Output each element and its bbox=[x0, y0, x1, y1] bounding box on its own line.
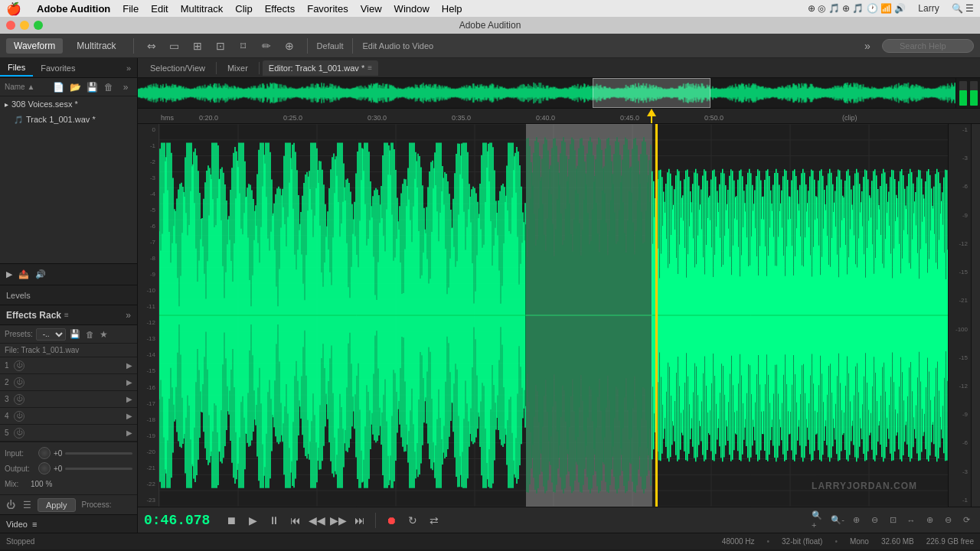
zoom-amp-out-btn[interactable]: ⊖ bbox=[940, 513, 956, 528]
video-menu-icon[interactable]: ≡ bbox=[32, 520, 37, 529]
menu-file[interactable]: File bbox=[122, 3, 139, 15]
waveform-overview[interactable] bbox=[138, 78, 980, 109]
search-input[interactable] bbox=[882, 39, 974, 53]
zoom-reset-btn[interactable]: ⟳ bbox=[959, 513, 974, 528]
input-knob[interactable] bbox=[38, 447, 51, 459]
fast-forward-button[interactable]: ▶▶ bbox=[329, 511, 348, 530]
effect-slot-4[interactable]: 4 ⏻ ▶ bbox=[0, 408, 137, 425]
tab-selection-view[interactable]: Selection/View bbox=[142, 60, 213, 76]
file-item-session[interactable]: ▸ 308 Voices.sesx * bbox=[0, 96, 137, 112]
marquee-tool-icon[interactable]: ⊡ bbox=[212, 37, 229, 54]
menu-favorites[interactable]: Favorites bbox=[307, 3, 348, 15]
files-spacer bbox=[0, 180, 137, 263]
loop-button[interactable]: ↻ bbox=[403, 511, 422, 530]
maximize-button[interactable] bbox=[34, 21, 43, 30]
zoom-out-btn[interactable]: ⊖ bbox=[867, 513, 882, 528]
expand-panels-icon[interactable]: » bbox=[859, 37, 876, 54]
zoom-full-btn[interactable]: ↔ bbox=[903, 513, 919, 528]
effects-rack-menu-icon[interactable]: ≡ bbox=[64, 311, 69, 319]
editor-tab-menu-icon[interactable]: ≡ bbox=[368, 64, 372, 72]
tab-files[interactable]: Files bbox=[0, 60, 33, 77]
effect-slot-3[interactable]: 3 ⏻ ▶ bbox=[0, 391, 137, 408]
effects-rack-expand-icon[interactable]: » bbox=[126, 310, 131, 321]
goto-end-button[interactable]: ⏭ bbox=[351, 511, 369, 530]
effect-power-5[interactable]: ⏻ bbox=[14, 428, 24, 439]
menu-clip[interactable]: Clip bbox=[235, 3, 252, 15]
move-tool-icon[interactable]: ⇔ bbox=[143, 37, 160, 54]
edit-video-label[interactable]: Edit Audio to Video bbox=[362, 41, 433, 51]
effect-arrow-5[interactable]: ▶ bbox=[126, 429, 132, 437]
zoom-in-btn[interactable]: ⊕ bbox=[848, 513, 864, 528]
close-button[interactable] bbox=[6, 21, 15, 30]
effect-power-3[interactable]: ⏻ bbox=[14, 394, 24, 405]
zoom-amp-in-btn[interactable]: ⊕ bbox=[922, 513, 937, 528]
presets-star-icon[interactable]: ★ bbox=[100, 329, 108, 340]
menu-window[interactable]: Window bbox=[394, 3, 430, 15]
mini-speaker-btn[interactable]: 🔊 bbox=[35, 269, 46, 279]
db-19: -19 bbox=[138, 433, 155, 439]
effect-power-1[interactable]: ⏻ bbox=[14, 360, 24, 371]
apply-button[interactable]: Apply bbox=[38, 498, 76, 512]
file-item-audio[interactable]: 🎵 Track 1_001.wav * bbox=[0, 112, 137, 127]
input-slider[interactable] bbox=[65, 452, 132, 455]
menu-view[interactable]: View bbox=[361, 3, 382, 15]
select-tool-icon[interactable]: ▭ bbox=[166, 37, 183, 54]
presets-delete-icon[interactable]: 🗑 bbox=[84, 328, 96, 341]
effect-arrow-1[interactable]: ▶ bbox=[126, 361, 132, 370]
expand-left-icon[interactable]: » bbox=[126, 64, 137, 73]
delete-file-btn[interactable]: 🗑 bbox=[102, 80, 116, 94]
play-button[interactable]: ▶ bbox=[243, 511, 262, 530]
effect-slot-1[interactable]: 1 ⏻ ▶ bbox=[0, 357, 137, 374]
mini-load-btn[interactable]: 📤 bbox=[18, 269, 29, 279]
editor-filename-tab[interactable]: Editor: Track 1_001.wav * ≡ bbox=[263, 60, 378, 76]
open-file-btn[interactable]: 📂 bbox=[68, 80, 82, 94]
zoom-in-time-btn[interactable]: 🔍+ bbox=[812, 513, 827, 528]
record-button[interactable]: ⏺ bbox=[382, 511, 400, 530]
menu-help[interactable]: Help bbox=[442, 3, 462, 15]
presets-save-icon[interactable]: 💾 bbox=[69, 328, 81, 341]
waveform-main[interactable]: 0 -1 -2 -3 -4 -5 -6 -7 -8 -9 -10 -11 -12… bbox=[138, 124, 980, 507]
zoom-to-selection-btn[interactable]: ⊡ bbox=[885, 513, 900, 528]
pencil-tool-icon[interactable]: ✏ bbox=[258, 37, 275, 54]
mini-play-btn[interactable]: ▶ bbox=[6, 269, 12, 279]
minimize-button[interactable] bbox=[20, 21, 29, 30]
vertical-scrollbar[interactable] bbox=[971, 124, 980, 507]
menu-app-name[interactable]: Adobe Audition bbox=[37, 3, 110, 15]
rack-power-icon[interactable]: ⏻ bbox=[5, 499, 17, 511]
output-knob[interactable] bbox=[38, 462, 51, 474]
menu-effects[interactable]: Effects bbox=[265, 3, 296, 15]
stop-button[interactable]: ⏹ bbox=[222, 511, 240, 530]
zoom-out-time-btn[interactable]: 🔍- bbox=[830, 513, 845, 528]
menu-bar: 🍎 Adobe Audition File Edit Multitrack Cl… bbox=[0, 0, 980, 17]
effect-power-2[interactable]: ⏻ bbox=[14, 377, 24, 388]
loop-to-file-button[interactable]: ⇄ bbox=[425, 511, 443, 530]
tab-mixer[interactable]: Mixer bbox=[220, 60, 256, 76]
time-ruler[interactable]: hms 0:20.0 0:25.0 0:30.0 0:35.0 0:40.0 0… bbox=[138, 109, 980, 124]
hybrid-tool-icon[interactable]: ⊕ bbox=[281, 37, 298, 54]
waveform-canvas-area[interactable]: LARRYJORDAN.COM bbox=[159, 124, 948, 507]
effect-slot-2[interactable]: 2 ⏻ ▶ bbox=[0, 374, 137, 391]
tab-multitrack[interactable]: Multitrack bbox=[69, 38, 123, 54]
save-file-btn[interactable]: 💾 bbox=[85, 80, 99, 94]
tab-favorites[interactable]: Favorites bbox=[33, 60, 83, 76]
presets-dropdown[interactable]: -.. bbox=[36, 328, 66, 341]
effect-slot-5[interactable]: 5 ⏻ ▶ bbox=[0, 425, 137, 442]
effect-arrow-4[interactable]: ▶ bbox=[126, 412, 132, 420]
effect-arrow-3[interactable]: ▶ bbox=[126, 395, 132, 403]
menu-multitrack[interactable]: Multitrack bbox=[181, 3, 224, 15]
effect-power-4[interactable]: ⏻ bbox=[14, 411, 24, 422]
goto-start-button[interactable]: ⏮ bbox=[286, 511, 305, 530]
effect-arrow-2[interactable]: ▶ bbox=[126, 378, 132, 386]
output-slider[interactable] bbox=[65, 468, 132, 470]
rack-list-icon[interactable]: ☰ bbox=[23, 500, 31, 510]
rewind-button[interactable]: ◀◀ bbox=[308, 511, 326, 530]
time-select-icon[interactable]: ⊞ bbox=[189, 37, 206, 54]
apple-menu[interactable]: 🍎 bbox=[6, 2, 21, 16]
new-file-btn[interactable]: 📄 bbox=[51, 80, 65, 94]
expand-files-icon[interactable]: » bbox=[119, 80, 132, 94]
pause-button[interactable]: ⏸ bbox=[265, 511, 283, 530]
menu-edit[interactable]: Edit bbox=[151, 3, 168, 15]
levels-label[interactable]: Levels bbox=[6, 291, 31, 300]
lasso-tool-icon[interactable]: ⌑ bbox=[235, 37, 252, 54]
tab-waveform[interactable]: Waveform bbox=[6, 38, 63, 54]
